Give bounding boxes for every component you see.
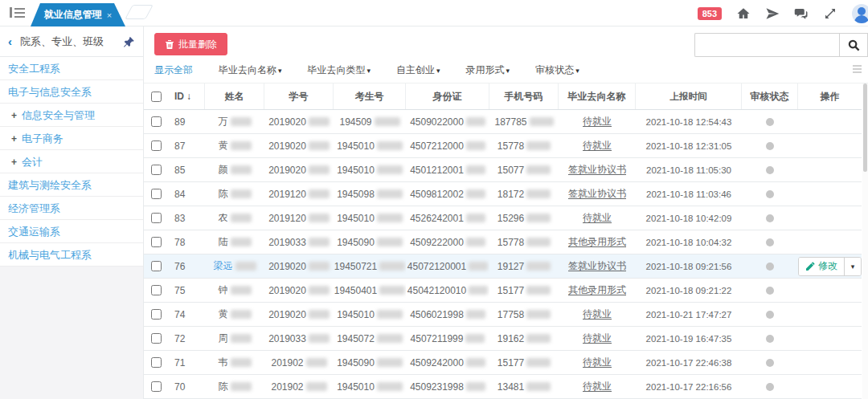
pin-icon[interactable] bbox=[122, 35, 135, 48]
table-row: 83 农 2019120 1945010 4526242001 15296 待就… bbox=[144, 206, 862, 230]
cell-name: 颜 bbox=[205, 158, 264, 181]
edit-icon bbox=[805, 262, 815, 271]
sidebar-item[interactable]: +会计 bbox=[0, 150, 143, 173]
bulk-delete-button[interactable]: 批量删除 bbox=[154, 33, 227, 55]
table-settings-icon[interactable] bbox=[853, 63, 862, 75]
more-actions-button[interactable]: ▾ bbox=[845, 258, 861, 275]
cell-id: 76 bbox=[168, 254, 205, 278]
cell-phone: 15778 bbox=[489, 230, 559, 254]
scrollbar-thumb[interactable] bbox=[863, 83, 867, 172]
user-avatar[interactable] bbox=[852, 4, 868, 23]
cell-audit-status bbox=[742, 158, 798, 181]
expand-plus-icon[interactable]: + bbox=[11, 157, 17, 168]
search-button[interactable] bbox=[839, 33, 868, 57]
collapse-icon[interactable]: ‹ bbox=[8, 35, 12, 48]
cell-id-card: 4509231998 bbox=[406, 375, 489, 398]
cell-report-time: 2021-10-18 12:31:05 bbox=[636, 134, 742, 157]
filter-dropdown[interactable]: 毕业去向名称▾ bbox=[219, 63, 282, 77]
status-dot-icon bbox=[766, 359, 774, 367]
table-row: 78 陆 2019033 1945090 4509222000 15778 其他… bbox=[144, 230, 862, 254]
filter-dropdown[interactable]: 录用形式▾ bbox=[466, 63, 510, 77]
cell-destination: 签就业协议书 bbox=[559, 158, 636, 181]
col-header-id[interactable]: ID↓ bbox=[168, 83, 205, 109]
col-header-report-time[interactable]: 上报时间 bbox=[636, 83, 742, 109]
comments-icon[interactable] bbox=[794, 6, 809, 21]
expand-plus-icon[interactable]: + bbox=[11, 110, 17, 121]
row-checkbox[interactable] bbox=[151, 285, 162, 295]
row-checkbox[interactable] bbox=[151, 381, 162, 392]
redacted-exam-no bbox=[377, 310, 403, 319]
cell-report-time: 2021-10-18 09:21:56 bbox=[636, 254, 742, 278]
cell-destination: 签就业协议书 bbox=[559, 182, 636, 206]
cell-name: 黄 bbox=[205, 134, 264, 157]
sidebar-item[interactable]: 机械与电气工程系 bbox=[0, 243, 143, 267]
filter-show-all[interactable]: 显示全部 bbox=[154, 63, 193, 77]
cell-name: 陆 bbox=[205, 230, 264, 254]
filter-dropdown[interactable]: 审核状态▾ bbox=[535, 63, 579, 77]
redacted-phone bbox=[530, 117, 554, 126]
col-header-destination[interactable]: 毕业去向名称 bbox=[559, 83, 636, 109]
col-header-exam-no[interactable]: 考生号 bbox=[334, 83, 406, 109]
expand-plus-icon[interactable]: + bbox=[11, 133, 17, 145]
cell-student-no: 2019020 bbox=[264, 134, 334, 157]
sidebar-item[interactable]: 安全工程系 bbox=[0, 57, 143, 80]
edit-button[interactable]: 修改 bbox=[799, 258, 845, 275]
sidebar-item[interactable]: 交通运输系 bbox=[0, 220, 143, 243]
tab-close-icon[interactable]: × bbox=[107, 10, 112, 20]
redacted-phone bbox=[526, 382, 551, 391]
row-checkbox[interactable] bbox=[151, 140, 162, 151]
cell-id-card: 4506021998 bbox=[406, 303, 489, 326]
sidebar-item[interactable]: +电子商务 bbox=[0, 127, 143, 150]
cell-name: 钟 bbox=[205, 279, 264, 302]
cell-name: 陈 bbox=[205, 182, 264, 206]
trash-icon bbox=[165, 39, 174, 50]
sidebar-item[interactable]: +信息安全与管理 bbox=[0, 104, 143, 127]
col-header-phone[interactable]: 手机号码 bbox=[489, 83, 559, 109]
filter-dropdown[interactable]: 自主创业▾ bbox=[396, 63, 440, 77]
row-checkbox[interactable] bbox=[151, 237, 162, 247]
sidebar-item[interactable]: 建筑与测绘安全系 bbox=[0, 173, 143, 197]
redacted-student-no bbox=[309, 334, 330, 343]
cell-audit-status bbox=[742, 134, 798, 157]
cell-operation bbox=[798, 279, 862, 302]
cell-student-no: 2019020 bbox=[264, 303, 334, 326]
select-all-checkbox[interactable] bbox=[151, 92, 162, 102]
table-row: 85 颜 2019020 1945010 4501212001 15077 签就… bbox=[144, 158, 862, 182]
search-icon bbox=[848, 39, 860, 51]
col-header-audit-status[interactable]: 审核状态 bbox=[742, 83, 798, 109]
row-checkbox[interactable] bbox=[151, 357, 162, 368]
status-dot-icon bbox=[766, 166, 774, 174]
cell-name: 梁远 bbox=[205, 254, 264, 278]
search-input[interactable] bbox=[694, 33, 839, 57]
row-checkbox[interactable] bbox=[151, 116, 162, 127]
cell-report-time: 2021-10-18 10:42:09 bbox=[636, 206, 742, 230]
notification-badge[interactable]: 853 bbox=[698, 7, 722, 20]
row-checkbox[interactable] bbox=[151, 261, 162, 271]
cell-id: 78 bbox=[168, 230, 205, 254]
expand-icon[interactable] bbox=[823, 6, 837, 21]
sidebar-item[interactable]: 经济管理系 bbox=[0, 197, 143, 220]
cell-name: 周 bbox=[205, 327, 264, 350]
cell-destination: 待就业 bbox=[559, 206, 636, 230]
cell-id-card: 4507211999 bbox=[406, 327, 489, 350]
cell-audit-status bbox=[742, 327, 798, 350]
row-checkbox[interactable] bbox=[151, 213, 162, 223]
redacted-exam-no bbox=[377, 189, 403, 198]
col-header-id-card[interactable]: 身份证 bbox=[406, 83, 489, 109]
row-checkbox[interactable] bbox=[151, 309, 162, 320]
redacted-name bbox=[231, 238, 252, 246]
sidebar-item[interactable]: 电子与信息安全系 bbox=[0, 80, 143, 104]
col-header-name[interactable]: 姓名 bbox=[205, 83, 264, 109]
row-checkbox[interactable] bbox=[151, 189, 162, 199]
filter-dropdown[interactable]: 毕业去向类型▾ bbox=[308, 63, 371, 77]
cell-report-time: 2021-10-17 22:16:56 bbox=[636, 375, 742, 398]
row-checkbox[interactable] bbox=[151, 333, 162, 344]
sidebar-toggle-icon[interactable] bbox=[10, 6, 26, 19]
row-checkbox[interactable] bbox=[151, 165, 162, 175]
cell-exam-no: 1945090 bbox=[334, 230, 406, 254]
tab-employment-info[interactable]: 就业信息管理 × bbox=[31, 3, 125, 26]
col-header-student-no[interactable]: 学号 bbox=[264, 83, 334, 109]
cell-student-no: 201902 bbox=[264, 375, 334, 398]
send-icon[interactable] bbox=[765, 6, 780, 21]
home-icon[interactable] bbox=[736, 6, 751, 21]
